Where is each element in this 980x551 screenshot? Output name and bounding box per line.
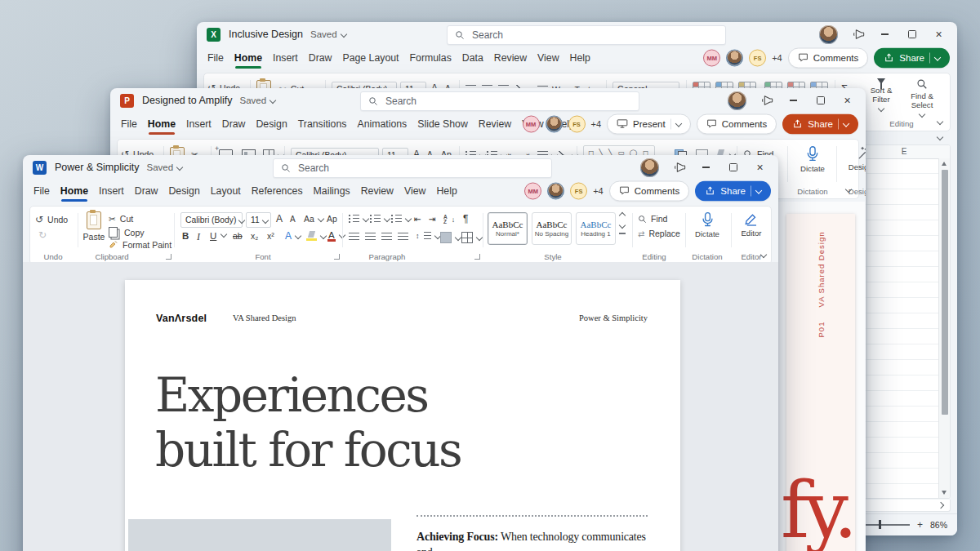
font-name-select[interactable]: Calibri (Body) (180, 212, 243, 228)
powerpoint-search-input[interactable] (384, 95, 631, 108)
menu-tab[interactable]: File (207, 52, 224, 64)
undo-button[interactable]: ↺Undo (35, 214, 68, 225)
menu-tab[interactable]: References (252, 185, 303, 197)
menu-tab[interactable]: Review (361, 185, 394, 197)
font-size-select[interactable]: 11 (246, 212, 271, 228)
menu-tab[interactable]: Insert (186, 118, 212, 130)
redo-button[interactable]: ↻ (38, 229, 47, 241)
word-minimize-button[interactable] (693, 155, 719, 180)
menu-tab[interactable]: Mailings (314, 185, 350, 197)
excel-close-button[interactable]: × (925, 22, 952, 47)
dialog-launcher-icon[interactable] (334, 254, 340, 260)
show-formatting-button[interactable]: ¶ (463, 213, 468, 224)
increase-indent-button[interactable]: ⇥ (429, 214, 436, 224)
word-user-avatar[interactable] (640, 158, 659, 177)
avatar[interactable]: FS (570, 182, 587, 199)
avatar[interactable]: FS (749, 49, 766, 66)
highlight-button[interactable] (306, 231, 326, 241)
line-spacing-button[interactable]: ↕ (416, 232, 440, 240)
avatar-overflow-count[interactable]: +4 (593, 186, 604, 196)
scroll-down-icon[interactable] (619, 222, 626, 229)
editor-button[interactable]: Editor (734, 211, 768, 238)
underline-button[interactable]: U (210, 231, 216, 241)
feedback-megaphone-icon[interactable] (844, 22, 871, 47)
menu-tab[interactable]: View (537, 52, 559, 64)
scroll-down-icon[interactable] (942, 491, 947, 495)
present-button[interactable]: Present (607, 113, 691, 134)
excel-search-input[interactable] (470, 29, 718, 42)
menu-tab[interactable]: File (121, 118, 137, 130)
avatar-overflow-count[interactable]: +4 (591, 119, 602, 129)
zoom-level[interactable]: 86% (930, 520, 947, 530)
share-button[interactable]: Share (782, 113, 858, 134)
bold-button[interactable]: B (182, 231, 189, 241)
style-card-heading1[interactable]: AaBbCcHeading 1 (576, 212, 616, 245)
numbering-button[interactable] (370, 215, 390, 223)
dictate-button[interactable]: Dictate (690, 211, 724, 239)
word-search-box[interactable] (273, 158, 552, 178)
powerpoint-close-button[interactable]: × (834, 88, 861, 113)
menu-tab-home[interactable]: Home (234, 52, 262, 64)
avatar[interactable] (546, 115, 563, 132)
scroll-right-icon[interactable] (938, 502, 944, 509)
menu-tab[interactable]: Slide Show (417, 118, 468, 130)
avatar[interactable] (547, 182, 564, 199)
powerpoint-search-box[interactable] (360, 91, 639, 111)
vertical-scrollbar[interactable] (938, 158, 950, 498)
avatar[interactable]: FS (568, 115, 586, 132)
excel-user-avatar[interactable] (819, 25, 838, 44)
sort-filter-button[interactable]: Sort & Filter (862, 78, 900, 111)
decrease-indent-button[interactable]: ⇤ (414, 214, 421, 224)
menu-tab-home[interactable]: Home (60, 185, 88, 197)
excel-maximize-button[interactable] (898, 22, 925, 47)
excel-minimize-button[interactable] (871, 22, 898, 47)
avatar[interactable]: MM (703, 49, 720, 66)
strikethrough-button[interactable]: ab (233, 231, 243, 241)
avatar[interactable]: MM (524, 182, 541, 199)
italic-button[interactable]: I (197, 231, 200, 243)
feedback-megaphone-icon[interactable] (753, 88, 780, 113)
chevron-down-icon[interactable] (937, 134, 943, 140)
avatar-overflow-count[interactable]: +4 (772, 53, 782, 63)
clear-formatting-button[interactable]: Ap (327, 214, 337, 224)
excel-save-status[interactable]: Saved (310, 29, 346, 39)
zoom-in-icon[interactable]: + (917, 519, 923, 531)
dictate-button[interactable]: Dictate (794, 145, 831, 174)
menu-tab[interactable]: Layout (211, 185, 241, 197)
menu-tab-home[interactable]: Home (148, 118, 176, 130)
powerpoint-maximize-button[interactable] (807, 88, 834, 113)
word-save-status[interactable]: Saved (147, 162, 183, 172)
menu-tab[interactable]: Formulas (410, 52, 452, 64)
scrollbar-thumb[interactable] (942, 170, 948, 415)
menu-tab[interactable]: Draw (135, 185, 158, 197)
comments-button[interactable]: Comments (697, 113, 777, 134)
menu-tab[interactable]: Animations (357, 118, 407, 130)
menu-tab[interactable]: Page Layout (342, 52, 399, 64)
menu-tab[interactable]: Help (570, 52, 590, 64)
excel-search-box[interactable] (447, 25, 726, 45)
dialog-launcher-icon[interactable] (474, 254, 480, 260)
share-button[interactable]: Share (695, 180, 771, 201)
feedback-megaphone-icon[interactable] (666, 155, 693, 180)
word-search-input[interactable] (296, 162, 544, 175)
subscript-button[interactable]: x₂ (251, 231, 258, 241)
menu-tab[interactable]: Review (494, 52, 527, 64)
word-maximize-button[interactable] (719, 155, 746, 180)
underline-options[interactable] (221, 232, 226, 237)
menu-tab[interactable]: File (33, 185, 50, 197)
format-painter-button[interactable]: Format Paint (109, 240, 172, 250)
powerpoint-slide[interactable]: P01 VA Shared Design fy. (786, 214, 855, 551)
menu-tab[interactable]: View (404, 185, 425, 197)
scroll-up-icon[interactable] (942, 162, 947, 166)
designer-button[interactable]: Designer (843, 145, 866, 172)
scroll-up-icon[interactable] (619, 212, 626, 219)
style-card-no-spacing[interactable]: AaBbCcNo Spacing (532, 212, 572, 245)
styles-gallery-scroll[interactable] (619, 213, 626, 234)
shrink-font-button[interactable]: A (290, 215, 296, 224)
share-button[interactable]: Share (874, 47, 950, 68)
avatar[interactable]: MM (523, 115, 540, 132)
document-page[interactable]: VanΛrsdel VA Shared Design Power & Simpl… (125, 280, 680, 551)
find-select-button[interactable]: Find & Select (903, 78, 941, 117)
grow-font-button[interactable]: A (276, 213, 283, 224)
menu-tab[interactable]: Data (462, 52, 483, 64)
